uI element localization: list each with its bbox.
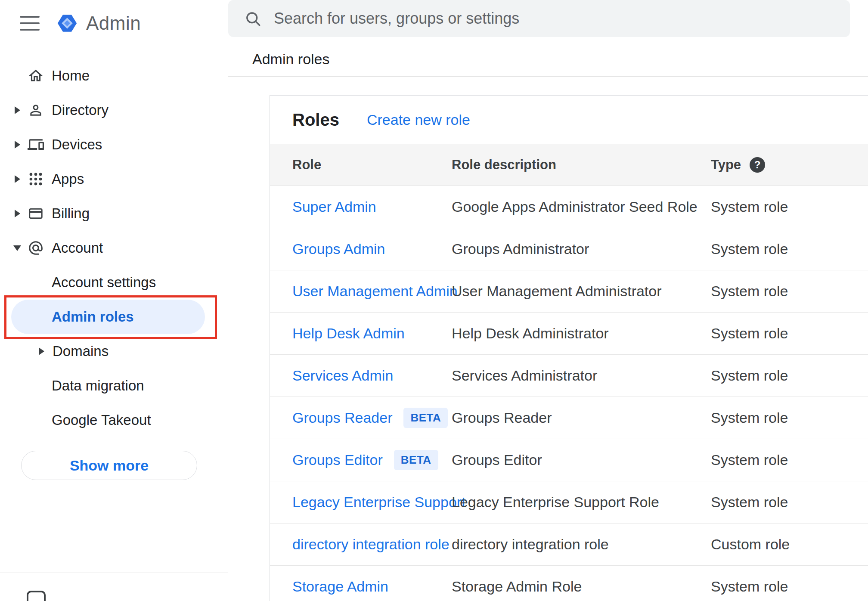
column-header-type: Type ?	[711, 157, 868, 173]
role-link[interactable]: Help Desk Admin	[292, 325, 405, 342]
role-description: Groups Reader	[452, 409, 711, 426]
devices-icon	[26, 136, 46, 153]
search-bar	[228, 0, 850, 37]
table-row: Help Desk AdminHelp Desk AdministratorSy…	[270, 313, 868, 355]
home-icon	[26, 68, 46, 84]
role-link[interactable]: User Management Admin	[292, 283, 458, 300]
sidebar-item-home[interactable]: Home	[0, 59, 228, 93]
role-description: Groups Administrator	[452, 241, 711, 257]
chevron-right-icon	[9, 210, 26, 217]
sidebar-item-label: Billing	[52, 205, 90, 222]
search-input[interactable]	[274, 9, 837, 28]
chevron-right-icon	[9, 175, 26, 183]
sidebar-item-label: Data migration	[52, 378, 144, 394]
sidebar-item-directory[interactable]: Directory	[0, 93, 228, 127]
table-row: Storage AdminStorage Admin RoleSystem ro…	[270, 566, 868, 601]
column-header-description: Role description	[452, 157, 711, 173]
table-row: directory integration roledirectory inte…	[270, 524, 868, 566]
page-title: Roles	[292, 110, 339, 130]
chevron-right-icon	[9, 141, 26, 149]
column-header-description-label: Role description	[452, 157, 556, 172]
sidebar-item-account[interactable]: Account	[0, 231, 228, 265]
sidebar-item-domains[interactable]: Domains	[0, 334, 228, 369]
header-divider	[228, 76, 868, 77]
sidebar-item-google-takeout[interactable]: Google Takeout	[0, 403, 228, 437]
sidebar-nav: HomeDirectoryDevicesAppsBillingAccountAc…	[0, 59, 228, 437]
role-link[interactable]: directory integration role	[292, 536, 450, 553]
role-description: directory integration role	[452, 536, 711, 553]
show-more-button[interactable]: Show more	[21, 451, 197, 480]
sidebar-item-billing[interactable]: Billing	[0, 196, 228, 231]
role-type: System role	[711, 494, 868, 511]
main-content: Admin roles Roles Create new role Role R…	[228, 0, 868, 601]
table-row: Services AdminServices AdministratorSyst…	[270, 355, 868, 397]
help-icon[interactable]: ?	[750, 157, 765, 173]
card-header: Roles Create new role	[270, 96, 868, 144]
table-row: Groups AdminGroups AdministratorSystem r…	[270, 228, 868, 270]
table-row: User Management AdminUser Management Adm…	[270, 270, 868, 313]
role-description: Storage Admin Role	[452, 578, 711, 595]
person-icon	[26, 102, 46, 118]
sidebar-item-label: Google Takeout	[52, 412, 151, 428]
column-header-role-label: Role	[292, 157, 321, 173]
beta-badge: BETA	[394, 450, 438, 470]
role-link[interactable]: Super Admin	[292, 198, 376, 215]
sidebar-item-admin-roles[interactable]: Admin roles	[11, 300, 205, 334]
sidebar-bottom-divider	[0, 573, 228, 573]
app-title: Admin	[86, 12, 141, 34]
table-row: Groups ReaderBETAGroups ReaderSystem rol…	[270, 397, 868, 439]
card-icon	[26, 205, 46, 222]
sidebar-item-label: Directory	[52, 102, 108, 118]
sidebar-item-label: Apps	[52, 171, 84, 187]
create-new-role-link[interactable]: Create new role	[367, 112, 470, 128]
sidebar-item-label: Account settings	[52, 274, 156, 291]
chevron-right-icon	[39, 347, 48, 355]
chevron-down-icon	[9, 245, 26, 251]
sidebar-item-label: Domains	[53, 343, 108, 359]
support-icon[interactable]	[27, 591, 46, 601]
breadcrumb: Admin roles	[252, 51, 330, 68]
role-type: System role	[711, 283, 868, 300]
sidebar-header: Admin	[0, 0, 141, 46]
apps-icon	[26, 171, 46, 187]
admin-hexagon-logo-icon	[55, 11, 79, 35]
sidebar-item-label: Admin roles	[52, 309, 134, 325]
table-row: Groups EditorBETAGroups EditorSystem rol…	[270, 439, 868, 481]
role-link[interactable]: Groups Editor	[292, 452, 383, 468]
column-header-type-label: Type	[711, 157, 741, 173]
sidebar-item-label: Home	[52, 68, 90, 84]
table-header-row: Role Role description Type ?	[270, 144, 868, 186]
sidebar-item-data-migration[interactable]: Data migration	[0, 369, 228, 403]
roles-card: Roles Create new role Role Role descript…	[270, 95, 868, 601]
table-row: Legacy Enterprise SupportLegacy Enterpri…	[270, 481, 868, 524]
role-description: Services Administrator	[452, 367, 711, 384]
role-link[interactable]: Legacy Enterprise Support	[292, 494, 466, 511]
role-type: System role	[711, 409, 868, 426]
role-description: User Management Administrator	[452, 283, 711, 300]
role-description: Help Desk Administrator	[452, 325, 711, 342]
sidebar-item-devices[interactable]: Devices	[0, 127, 228, 162]
column-header-role: Role	[270, 157, 452, 173]
sidebar-item-apps[interactable]: Apps	[0, 162, 228, 196]
role-type: System role	[711, 452, 868, 468]
role-link[interactable]: Groups Reader	[292, 409, 392, 426]
at-icon	[26, 240, 46, 256]
role-type: System role	[711, 578, 868, 595]
sidebar-item-label: Account	[52, 240, 103, 256]
chevron-right-icon	[9, 106, 26, 114]
role-description: Legacy Enterprise Support Role	[452, 494, 711, 511]
role-type: System role	[711, 325, 868, 342]
sidebar-item-account-settings[interactable]: Account settings	[0, 265, 228, 300]
role-link[interactable]: Storage Admin	[292, 578, 388, 595]
role-type: System role	[711, 241, 868, 257]
role-description: Groups Editor	[452, 452, 711, 468]
role-type: System role	[711, 198, 868, 215]
admin-logo: Admin	[55, 11, 141, 35]
sidebar: Admin HomeDirectoryDevicesAppsBillingAcc…	[0, 0, 228, 601]
menu-icon[interactable]	[20, 16, 40, 31]
role-link[interactable]: Services Admin	[292, 367, 393, 384]
table-body: Super AdminGoogle Apps Administrator See…	[270, 186, 868, 601]
role-link[interactable]: Groups Admin	[292, 241, 385, 257]
beta-badge: BETA	[403, 408, 448, 428]
role-description: Google Apps Administrator Seed Role	[452, 198, 711, 215]
